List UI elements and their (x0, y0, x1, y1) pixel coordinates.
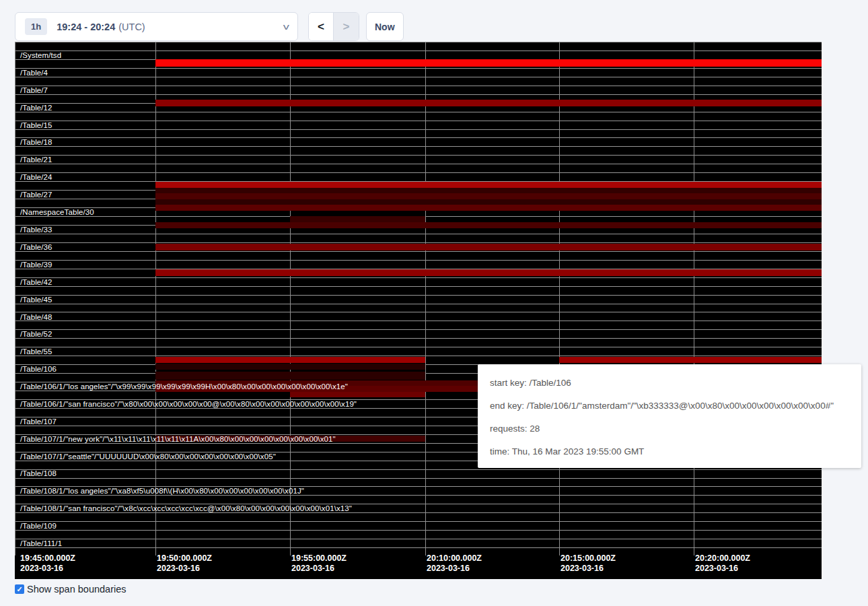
row-key-label: /Table/36 (20, 243, 52, 252)
time-range-text: 19:24 - 20:24 (57, 22, 115, 32)
span-boundary-line (15, 347, 822, 347)
axis-tick-label: 19:55:00.000Z2023-03-16 (291, 553, 347, 574)
row-key-label: /Table/107/1/"seattle"/"UUUUUUD\x00\x80\… (20, 452, 276, 461)
tooltip-requests: requests: 28 (490, 417, 849, 440)
row-key-label: /NamespaceTable/30 (20, 208, 94, 217)
row-key-label: /Table/45 (20, 296, 52, 304)
now-button[interactable]: Now (366, 12, 404, 41)
row-key-label: /Table/12 (20, 104, 52, 112)
heat-band (290, 392, 425, 397)
heat-band (155, 364, 425, 370)
heat-band (155, 193, 822, 199)
axis-tick-time: 20:20:00.000Z (695, 553, 750, 564)
row-key-label: /Table/107/1/"new york"/"\x11\x11\x11\x1… (20, 435, 336, 444)
axis-tick-label: 19:45:00.000Z2023-03-16 (20, 553, 75, 574)
span-boundary-line (15, 312, 822, 312)
row-key-label: /Table/106/1/"san francisco"/"\x80\x00\x… (20, 400, 357, 409)
axis-tick-time: 19:50:00.000Z (157, 553, 212, 564)
axis-tick-time: 20:10:00.000Z (427, 553, 482, 564)
span-boundary-line (15, 356, 822, 356)
time-nav-group: < > (308, 12, 359, 41)
heat-band (155, 244, 822, 250)
span-boundary-line (15, 286, 822, 287)
axis-tick-time: 19:55:00.000Z (291, 553, 347, 564)
time-range-select[interactable]: 1h 19:24 - 20:24 (UTC) v (15, 12, 298, 41)
tooltip-end-key: end key: /Table/106/1/"amsterdam"/"\xb33… (490, 395, 849, 417)
row-key-label: /Table/42 (20, 278, 52, 287)
row-key-label: /Table/21 (20, 156, 52, 164)
next-time-button[interactable]: > (334, 13, 359, 40)
row-key-label: /Table/27 (20, 191, 52, 199)
heat-band (155, 372, 425, 380)
time-gridline (425, 42, 426, 556)
row-key-label: /Table/7 (20, 86, 48, 95)
span-boundary-line (15, 94, 822, 95)
axis-tick-date: 2023-03-16 (560, 564, 616, 574)
prev-time-button[interactable]: < (309, 13, 334, 40)
span-boundary-line (15, 321, 822, 321)
row-key-label: /Table/24 (20, 173, 52, 182)
span-boundary-line (15, 112, 822, 112)
span-boundary-line (15, 164, 822, 164)
heat-band (155, 199, 822, 205)
heat-band (155, 182, 822, 188)
span-boundary-line (15, 155, 822, 156)
span-boundary-line (15, 329, 822, 330)
axis-tick-time: 20:15:00.000Z (560, 553, 616, 564)
axis-tick-label: 20:15:00.000Z2023-03-16 (560, 553, 616, 574)
row-key-label: /System/tsd (20, 51, 61, 60)
axis-tick-label: 20:10:00.000Z2023-03-16 (427, 553, 482, 574)
heat-band (155, 100, 822, 106)
heat-band (155, 59, 822, 67)
row-key-label: /Table/107 (20, 417, 57, 426)
heat-band (155, 205, 822, 211)
axis-tick-label: 20:20:00.000Z2023-03-16 (695, 553, 750, 574)
row-key-label: /Table/55 (20, 347, 52, 356)
row-key-label: /Table/52 (20, 330, 52, 339)
span-boundary-line (15, 251, 822, 252)
span-boundary-line (15, 304, 822, 304)
span-boundary-line (15, 129, 822, 130)
span-boundary-line (15, 295, 822, 296)
row-key-label: /Table/108 (20, 469, 57, 478)
row-key-label: /Table/109 (20, 522, 57, 531)
row-key-label: /Table/15 (20, 121, 52, 130)
time-range-badge: 1h (25, 18, 47, 35)
span-boundary-line (15, 146, 822, 147)
show-span-boundaries-row: ✓ Show span boundaries (15, 584, 126, 595)
heatmap[interactable]: /System/tsd/Table/4/Table/7/Table/12/Tab… (15, 42, 822, 579)
time-gridline (15, 42, 15, 556)
show-span-boundaries-checkbox[interactable]: ✓ (15, 584, 24, 594)
time-gridline (559, 42, 560, 556)
row-key-label: /Table/106 (20, 365, 57, 374)
axis-tick-label: 19:50:00.000Z2023-03-16 (157, 553, 212, 574)
tooltip-time: time: Thu, 16 Mar 2023 19:55:00 GMT (490, 440, 849, 463)
span-boundary-line (15, 77, 822, 77)
heat-band (155, 357, 425, 363)
axis-tick-date: 2023-03-16 (291, 564, 347, 574)
span-boundary-line (15, 121, 822, 121)
span-boundary-line (15, 137, 822, 138)
span-boundary-line (15, 547, 822, 548)
span-boundary-line (15, 172, 822, 173)
span-boundary-line (15, 42, 822, 42)
span-boundary-line (15, 242, 822, 243)
row-key-label: /Table/33 (20, 226, 52, 234)
axis-tick-date: 2023-03-16 (157, 564, 212, 574)
span-boundary-line (15, 478, 822, 479)
span-boundary-line (15, 539, 822, 539)
heat-band (155, 269, 822, 276)
tooltip-start-key: start key: /Table/106 (490, 372, 849, 395)
axis-tick-time: 19:45:00.000Z (20, 553, 75, 564)
time-gridline (290, 42, 291, 556)
row-key-label: /Table/108/1/"san francisco"/"\x8c\xcc\x… (20, 504, 352, 513)
span-boundary-line (15, 86, 822, 86)
heat-band (290, 216, 425, 222)
span-boundary-line (15, 68, 822, 69)
span-boundary-line (15, 277, 822, 278)
axis-tick-date: 2023-03-16 (427, 564, 482, 574)
row-key-label: /Table/48 (20, 313, 52, 322)
span-boundary-line (15, 521, 822, 522)
row-key-label: /Table/39 (20, 261, 52, 269)
span-boundary-line (15, 469, 822, 470)
